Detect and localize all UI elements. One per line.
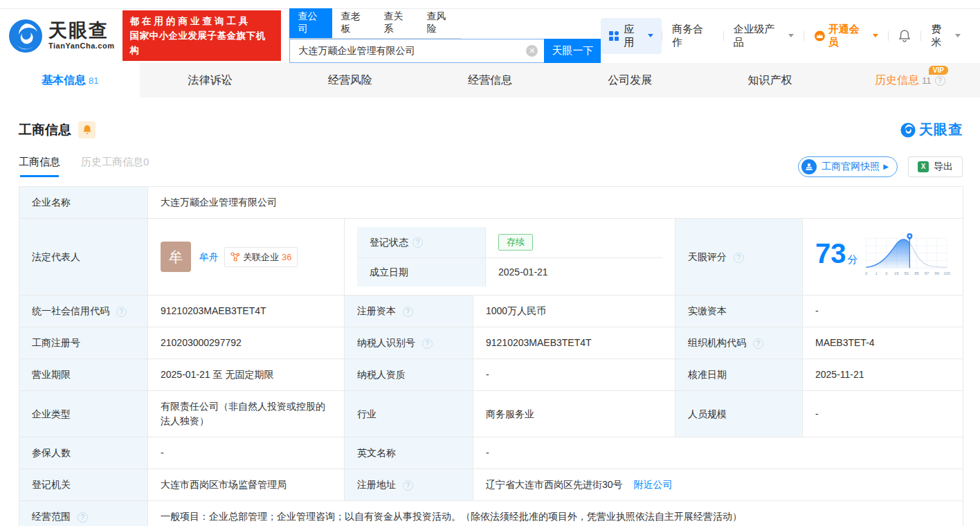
brand-slogan: 都在用的商业查询工具 国家中小企业发展子基金旗下机构 [122, 10, 281, 61]
search-tabs: 查公司 查老板 查关系 查风险 [289, 8, 461, 39]
english-name-value: - [473, 437, 963, 469]
search-tab-boss[interactable]: 查老板 [332, 8, 375, 38]
search-button[interactable]: 天眼一下 [544, 39, 601, 63]
enterprise-products-menu[interactable]: 企业级产品 [724, 23, 804, 49]
reg-capital-value: 1000万人民币 [473, 296, 675, 327]
business-info-table: 企业名称 大连万颛企业管理有限公司 法定代表人 牟 牟舟 [19, 186, 963, 526]
tab-legal-litigation[interactable]: 法律诉讼 [140, 63, 280, 98]
user-menu[interactable]: 费米 [921, 23, 970, 49]
tianyancha-watermark-icon [900, 123, 916, 138]
field-label: 企业类型 [19, 391, 148, 437]
vip-badge: VIP [929, 66, 948, 75]
row-insured: 参保人数 - 英文名称 - [19, 437, 963, 469]
help-icon[interactable]: ? [116, 307, 127, 317]
reg-number-value: 210203000297792 [148, 327, 345, 359]
staff-size-value: - [803, 391, 963, 437]
help-icon[interactable]: ? [403, 480, 413, 491]
subtab-business-info[interactable]: 工商信息 [19, 156, 60, 177]
section-watermark: 天眼查 [900, 120, 963, 139]
monitor-bell-icon[interactable] [78, 121, 96, 138]
business-cooperation-link[interactable]: 商务合作 [662, 23, 723, 49]
svg-text:85: 85 [914, 271, 918, 275]
score-number: 73分 [815, 246, 858, 267]
username: 费米 [931, 23, 952, 49]
svg-text:1: 1 [875, 271, 877, 275]
company-nav-tabs: 基本信息 81 法律诉讼 经营风险 经营信息 公司发展 知识产权 VIP 历史信… [0, 63, 980, 98]
help-icon[interactable]: ? [422, 338, 433, 349]
score-chart-ticks: 0131550859799100 [864, 271, 950, 275]
main-content: 工商信息 天眼查 工商信息 历史工商信息0 [0, 120, 980, 526]
help-icon[interactable]: ? [753, 338, 763, 349]
approval-date-value: 2025-11-21 [803, 359, 963, 391]
taxpayer-quality-value: - [473, 359, 675, 391]
row-legal-rep: 法定代表人 牟 牟舟 关联企业 3 [19, 219, 963, 296]
help-icon[interactable]: ? [412, 237, 423, 248]
reg-authority-value: 大连市西岗区市场监督管理局 [148, 469, 345, 501]
excel-icon: X [918, 161, 929, 172]
svg-text:100: 100 [943, 271, 950, 275]
paid-capital-value: - [803, 296, 963, 327]
search-input[interactable] [289, 39, 544, 63]
legal-rep-link[interactable]: 牟舟 [199, 250, 219, 264]
field-label: 实缴资本 [675, 296, 803, 327]
tab-intellectual-property[interactable]: 知识产权 [700, 63, 840, 98]
field-label: 成立日期 [357, 258, 486, 287]
row-credit-code: 统一社会信用代码 ? 91210203MAEB3TET4T 注册资本 ? 100… [19, 296, 963, 327]
top-menu: 应用 商务合作 企业级产品 开通会员 [601, 18, 970, 54]
notifications-bell-icon[interactable] [889, 29, 920, 42]
svg-text:15: 15 [894, 271, 898, 275]
tab-history-info[interactable]: VIP 历史信息 11 ? [840, 63, 980, 98]
tianyancha-logo-icon [8, 19, 43, 53]
tab-basic-info[interactable]: 基本信息 81 [0, 63, 140, 98]
svg-text:3: 3 [885, 271, 887, 275]
section-title: 工商信息 [19, 121, 71, 139]
establish-date-value: 2025-01-21 [486, 258, 662, 287]
nearby-companies-link[interactable]: 附近公司 [633, 479, 672, 490]
official-snapshot-button[interactable]: 工商官网快照 ▶ [798, 156, 898, 177]
help-icon[interactable]: ? [403, 307, 413, 317]
score-value: 73分 [803, 219, 963, 296]
row-company-name: 企业名称 大连万颛企业管理有限公司 [19, 187, 963, 219]
subtab-history-business-info[interactable]: 历史工商信息0 [81, 156, 149, 177]
help-icon[interactable]: ? [78, 512, 88, 523]
field-label: 注册资本 ? [345, 296, 473, 327]
field-label: 核准日期 [675, 359, 803, 391]
help-icon[interactable]: ? [935, 75, 945, 86]
chevron-down-icon [873, 34, 878, 37]
tab-operation-risk[interactable]: 经营风险 [280, 63, 420, 98]
tab-company-development[interactable]: 公司发展 [560, 63, 700, 98]
reg-status-value: 存续 [486, 227, 662, 258]
help-icon[interactable]: ? [734, 253, 744, 263]
chevron-down-icon [788, 34, 794, 37]
open-vip-menu[interactable]: 开通会员 [804, 23, 888, 49]
company-name-value: 大连万颛企业管理有限公司 [148, 187, 963, 219]
svg-text:0: 0 [864, 271, 866, 275]
search-box: 查公司 查老板 查关系 查风险 ✕ 天眼一下 [289, 8, 601, 63]
legal-rep-value: 牟 牟舟 关联企业 36 [148, 219, 345, 296]
apps-grid-icon [609, 31, 619, 41]
business-scope-value: 一般项目：企业总部管理；企业管理咨询；以自有资金从事投资活动。（除依法须经批准的… [148, 501, 963, 526]
field-label: 注册地址 ? [345, 469, 473, 501]
field-label: 企业名称 [19, 187, 148, 219]
apps-menu[interactable]: 应用 [601, 18, 662, 54]
search-tab-risk[interactable]: 查风险 [418, 8, 461, 38]
tab-operation-info[interactable]: 经营信息 [420, 63, 560, 98]
export-button[interactable]: X 导出 [908, 156, 963, 177]
field-label: 统一社会信用代码 ? [19, 296, 148, 327]
search-tab-relation[interactable]: 查关系 [375, 8, 418, 38]
score-distribution-chart: 0131550859799100 [864, 229, 951, 284]
logo-name: 天眼查 [48, 21, 114, 40]
row-business-term: 营业期限 2025-01-21 至 无固定期限 纳税人资质 - 核准日期 202… [19, 359, 963, 391]
status-establish-cellgroup: 登记状态 ? 存续 成立日期 2025-01-21 [345, 219, 675, 296]
field-label: 登记机关 [19, 469, 148, 501]
search-tab-company[interactable]: 查公司 [289, 8, 332, 38]
row-company-type: 企业类型 有限责任公司（非自然人投资或控股的法人独资） 行业 商务服务业 人员规… [19, 391, 963, 437]
tianyancha-logo[interactable]: 天眼查 TianYanCha.com [8, 19, 114, 53]
field-label: 营业期限 [19, 359, 148, 391]
credit-code-value: 91210203MAEB3TET4T [148, 296, 345, 327]
taxpayer-id-value: 91210203MAEB3TET4T [473, 327, 675, 359]
chevron-down-icon [955, 34, 961, 37]
field-label: 经营范围 ? [19, 501, 148, 526]
row-reg-authority: 登记机关 大连市西岗区市场监督管理局 注册地址 ? 辽宁省大连市西岗区先进街30… [19, 469, 963, 501]
related-companies-badge[interactable]: 关联企业 36 [224, 247, 298, 267]
